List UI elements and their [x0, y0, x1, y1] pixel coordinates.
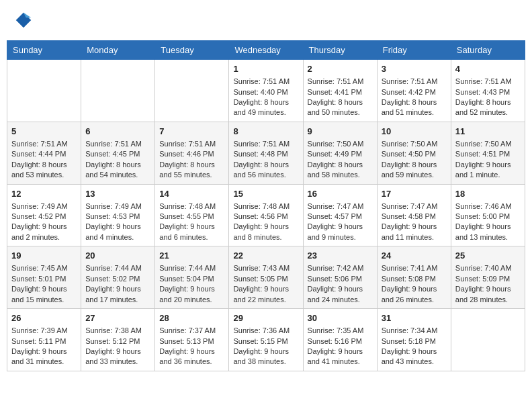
daylight-text: Daylight: 8 hours and 55 minutes. [159, 160, 224, 181]
daylight-text: Daylight: 9 hours and 11 minutes. [382, 222, 447, 242]
column-header-tuesday: Tuesday [155, 41, 229, 60]
daylight-text: Daylight: 8 hours and 50 minutes. [308, 97, 373, 118]
day-content: 25Sunrise: 7:40 AMSunset: 5:09 PMDayligh… [455, 250, 521, 305]
day-content: 12Sunrise: 7:49 AMSunset: 4:52 PMDayligh… [11, 188, 77, 243]
calendar-cell: 31Sunrise: 7:34 AMSunset: 5:18 PMDayligh… [377, 309, 451, 371]
day-content: 29Sunrise: 7:36 AMSunset: 5:15 PMDayligh… [233, 312, 298, 367]
day-number: 30 [308, 312, 373, 324]
day-number: 4 [455, 63, 521, 75]
calendar-cell: 9Sunrise: 7:50 AMSunset: 4:49 PMDaylight… [303, 122, 377, 184]
sunset-text: Sunset: 5:16 PM [308, 336, 373, 347]
day-number: 13 [85, 188, 150, 200]
day-content: 1Sunrise: 7:51 AMSunset: 4:40 PMDaylight… [233, 63, 298, 118]
sunrise-text: Sunrise: 7:35 AM [308, 326, 373, 336]
calendar-cell: 26Sunrise: 7:39 AMSunset: 5:11 PMDayligh… [7, 309, 81, 371]
sunrise-text: Sunrise: 7:49 AM [11, 201, 77, 212]
daylight-text: Daylight: 9 hours and 20 minutes. [159, 284, 224, 305]
sunrise-text: Sunrise: 7:51 AM [11, 139, 77, 149]
calendar-header-row: SundayMondayTuesdayWednesdayThursdayFrid… [7, 41, 525, 60]
daylight-text: Daylight: 9 hours and 15 minutes. [11, 284, 77, 305]
week-row-3: 12Sunrise: 7:49 AMSunset: 4:52 PMDayligh… [7, 184, 525, 246]
day-content: 8Sunrise: 7:51 AMSunset: 4:48 PMDaylight… [233, 126, 298, 181]
sunset-text: Sunset: 5:15 PM [233, 336, 298, 347]
daylight-text: Daylight: 9 hours and 26 minutes. [382, 284, 447, 305]
sunset-text: Sunset: 4:50 PM [382, 149, 447, 159]
week-row-2: 5Sunrise: 7:51 AMSunset: 4:44 PMDaylight… [7, 122, 525, 184]
daylight-text: Daylight: 9 hours and 41 minutes. [308, 347, 373, 367]
daylight-text: Daylight: 9 hours and 8 minutes. [233, 222, 298, 242]
calendar-cell: 11Sunrise: 7:50 AMSunset: 4:51 PMDayligh… [451, 122, 525, 184]
day-content: 2Sunrise: 7:51 AMSunset: 4:41 PMDaylight… [308, 63, 373, 118]
sunrise-text: Sunrise: 7:51 AM [455, 77, 521, 87]
daylight-text: Daylight: 8 hours and 52 minutes. [455, 97, 521, 118]
sunrise-text: Sunrise: 7:51 AM [308, 77, 373, 87]
sunrise-text: Sunrise: 7:47 AM [308, 201, 373, 212]
day-number: 28 [159, 312, 224, 324]
calendar-cell: 22Sunrise: 7:43 AMSunset: 5:05 PMDayligh… [229, 246, 303, 309]
calendar-cell: 8Sunrise: 7:51 AMSunset: 4:48 PMDaylight… [229, 122, 303, 184]
sunset-text: Sunset: 4:42 PM [382, 87, 447, 97]
day-number: 19 [11, 250, 77, 262]
day-content: 3Sunrise: 7:51 AMSunset: 4:42 PMDaylight… [382, 63, 447, 118]
day-content: 21Sunrise: 7:44 AMSunset: 5:04 PMDayligh… [159, 250, 224, 305]
day-number: 24 [382, 250, 447, 262]
day-content: 16Sunrise: 7:47 AMSunset: 4:57 PMDayligh… [308, 188, 373, 243]
sunrise-text: Sunrise: 7:39 AM [11, 326, 77, 336]
day-content: 26Sunrise: 7:39 AMSunset: 5:11 PMDayligh… [11, 312, 77, 367]
daylight-text: Daylight: 8 hours and 54 minutes. [85, 160, 150, 181]
sunset-text: Sunset: 5:00 PM [455, 212, 521, 222]
column-header-wednesday: Wednesday [229, 41, 303, 60]
calendar-cell: 10Sunrise: 7:50 AMSunset: 4:50 PMDayligh… [377, 122, 451, 184]
sunrise-text: Sunrise: 7:46 AM [455, 201, 521, 212]
day-number: 9 [308, 126, 373, 138]
calendar-cell: 20Sunrise: 7:44 AMSunset: 5:02 PMDayligh… [81, 246, 155, 309]
day-number: 29 [233, 312, 298, 324]
day-content: 20Sunrise: 7:44 AMSunset: 5:02 PMDayligh… [85, 250, 150, 305]
sunset-text: Sunset: 5:02 PM [85, 274, 150, 284]
day-content: 11Sunrise: 7:50 AMSunset: 4:51 PMDayligh… [455, 126, 521, 181]
calendar-cell: 7Sunrise: 7:51 AMSunset: 4:46 PMDaylight… [155, 122, 229, 184]
week-row-4: 19Sunrise: 7:45 AMSunset: 5:01 PMDayligh… [7, 246, 525, 309]
sunrise-text: Sunrise: 7:44 AM [159, 263, 224, 273]
sunset-text: Sunset: 5:13 PM [159, 336, 224, 347]
sunrise-text: Sunrise: 7:44 AM [85, 263, 150, 273]
day-number: 11 [455, 126, 521, 138]
sunrise-text: Sunrise: 7:45 AM [11, 263, 77, 273]
sunset-text: Sunset: 4:43 PM [455, 87, 521, 97]
sunset-text: Sunset: 4:45 PM [85, 149, 150, 159]
daylight-text: Daylight: 9 hours and 38 minutes. [233, 347, 298, 367]
sunrise-text: Sunrise: 7:50 AM [308, 139, 373, 149]
column-header-saturday: Saturday [451, 41, 525, 60]
sunrise-text: Sunrise: 7:50 AM [382, 139, 447, 149]
daylight-text: Daylight: 8 hours and 58 minutes. [308, 160, 373, 181]
daylight-text: Daylight: 9 hours and 17 minutes. [85, 284, 150, 305]
week-row-1: 1Sunrise: 7:51 AMSunset: 4:40 PMDaylight… [7, 60, 525, 122]
column-header-thursday: Thursday [303, 41, 377, 60]
daylight-text: Daylight: 8 hours and 49 minutes. [233, 97, 298, 118]
day-number: 6 [85, 126, 150, 138]
day-content: 31Sunrise: 7:34 AMSunset: 5:18 PMDayligh… [382, 312, 447, 367]
sunrise-text: Sunrise: 7:51 AM [159, 139, 224, 149]
day-content: 15Sunrise: 7:48 AMSunset: 4:56 PMDayligh… [233, 188, 298, 243]
calendar-cell: 12Sunrise: 7:49 AMSunset: 4:52 PMDayligh… [7, 184, 81, 246]
calendar-cell: 2Sunrise: 7:51 AMSunset: 4:41 PMDaylight… [303, 60, 377, 122]
daylight-text: Daylight: 9 hours and 6 minutes. [159, 222, 224, 242]
sunrise-text: Sunrise: 7:38 AM [85, 326, 150, 336]
logo-icon [13, 10, 34, 30]
day-content: 13Sunrise: 7:49 AMSunset: 4:53 PMDayligh… [85, 188, 150, 243]
calendar-cell: 1Sunrise: 7:51 AMSunset: 4:40 PMDaylight… [229, 60, 303, 122]
day-content: 24Sunrise: 7:41 AMSunset: 5:08 PMDayligh… [382, 250, 447, 305]
daylight-text: Daylight: 9 hours and 22 minutes. [233, 284, 298, 305]
calendar-cell: 5Sunrise: 7:51 AMSunset: 4:44 PMDaylight… [7, 122, 81, 184]
sunset-text: Sunset: 4:55 PM [159, 212, 224, 222]
calendar-cell: 27Sunrise: 7:38 AMSunset: 5:12 PMDayligh… [81, 309, 155, 371]
day-number: 23 [308, 250, 373, 262]
day-content: 10Sunrise: 7:50 AMSunset: 4:50 PMDayligh… [382, 126, 447, 181]
daylight-text: Daylight: 9 hours and 1 minute. [455, 160, 521, 181]
calendar-cell: 19Sunrise: 7:45 AMSunset: 5:01 PMDayligh… [7, 246, 81, 309]
sunrise-text: Sunrise: 7:48 AM [233, 201, 298, 212]
sunrise-text: Sunrise: 7:49 AM [85, 201, 150, 212]
calendar-cell: 16Sunrise: 7:47 AMSunset: 4:57 PMDayligh… [303, 184, 377, 246]
day-number: 7 [159, 126, 224, 138]
daylight-text: Daylight: 8 hours and 59 minutes. [382, 160, 447, 181]
